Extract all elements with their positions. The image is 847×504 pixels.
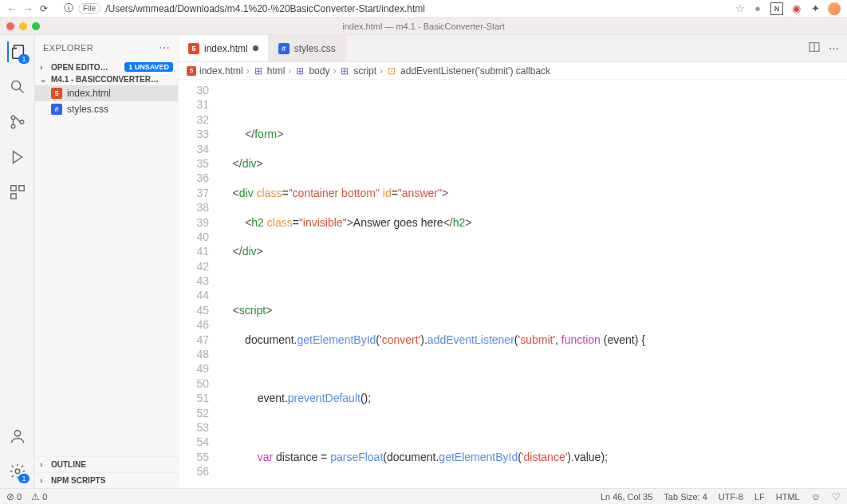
- run-debug-icon[interactable]: [7, 147, 28, 167]
- html5-icon: 5: [51, 88, 62, 99]
- sidebar-more-icon[interactable]: ⋯: [159, 41, 170, 54]
- file-tree-item[interactable]: # styles.css: [35, 101, 178, 117]
- tag-icon: ⊞: [253, 65, 264, 77]
- sidebar: EXPLORER ⋯ › OPEN EDITO… 1 UNSAVED ⌄ M4.…: [35, 35, 179, 488]
- minimize-window-icon[interactable]: [19, 22, 27, 30]
- svg-point-9: [15, 469, 20, 474]
- extensions-activity-icon[interactable]: [7, 182, 28, 203]
- svg-rect-5: [10, 186, 15, 191]
- star-icon[interactable]: ☆: [735, 2, 745, 14]
- errors-icon[interactable]: ⊘ 0: [6, 491, 22, 502]
- editor-tabs: 5 index.html # styles.css ⋯: [179, 35, 847, 62]
- svg-rect-7: [10, 194, 15, 199]
- ext-icon-3[interactable]: ◉: [790, 2, 802, 15]
- explorer-badge: 1: [18, 54, 29, 64]
- status-bar: ⊘ 0 ⚠ 0 Ln 46, Col 35 Tab Size: 4 UTF-8 …: [0, 488, 847, 504]
- warnings-icon[interactable]: ⚠ 0: [31, 491, 47, 502]
- chevron-right-icon: ›: [40, 63, 48, 72]
- css3-icon: #: [51, 104, 62, 115]
- tag-icon: ⊞: [339, 65, 350, 77]
- npm-scripts-section[interactable]: › NPM SCRIPTS: [35, 472, 178, 488]
- line-numbers: 3031323334353637383940414243444546474849…: [179, 80, 217, 488]
- encoding[interactable]: UTF-8: [719, 492, 743, 502]
- extensions-icon[interactable]: ✦: [809, 2, 821, 15]
- outline-section[interactable]: › OUTLINE: [35, 456, 178, 472]
- more-actions-icon[interactable]: ⋯: [829, 42, 839, 54]
- svg-point-2: [11, 116, 15, 120]
- info-icon[interactable]: ⓘ: [64, 2, 73, 15]
- url-field[interactable]: ⓘ File /Users/wmmead/Downloads/m4.1%20-%…: [54, 2, 729, 15]
- ext-icon-2[interactable]: N: [770, 2, 783, 15]
- function-icon: ⊡: [386, 65, 397, 77]
- window-title: index.html — m4.1 - BasicConverter-Start: [342, 22, 505, 31]
- file-scheme-label: File: [78, 3, 100, 14]
- eol[interactable]: LF: [754, 492, 765, 502]
- tab-size[interactable]: Tab Size: 4: [664, 492, 707, 502]
- editor-area: 5 index.html # styles.css ⋯ 5 index.html…: [179, 35, 847, 488]
- avatar[interactable]: [828, 2, 841, 15]
- breadcrumb-item[interactable]: script: [353, 65, 376, 77]
- account-icon[interactable]: [7, 426, 28, 447]
- css3-icon: #: [278, 43, 290, 54]
- settings-badge: 1: [18, 474, 29, 483]
- folder-label: M4.1 - BASICCONVERTER…: [51, 75, 159, 84]
- svg-point-8: [14, 431, 20, 436]
- maximize-window-icon[interactable]: [32, 22, 40, 30]
- breadcrumb-item[interactable]: html: [267, 65, 286, 77]
- svg-point-4: [20, 120, 24, 124]
- svg-rect-6: [18, 186, 23, 191]
- cursor-position[interactable]: Ln 46, Col 35: [601, 492, 652, 502]
- html5-icon: 5: [187, 66, 196, 76]
- search-icon[interactable]: [7, 77, 28, 97]
- forward-icon[interactable]: →: [22, 2, 33, 15]
- feedback-icon[interactable]: ☺: [811, 491, 821, 502]
- folder-section[interactable]: ⌄ M4.1 - BASICCONVERTER…: [35, 73, 178, 85]
- open-editors-label: OPEN EDITO…: [51, 63, 108, 72]
- svg-point-0: [11, 81, 20, 90]
- modified-dot-icon: [253, 45, 258, 51]
- chevron-right-icon: ›: [40, 460, 48, 469]
- tab-label: styles.css: [294, 43, 336, 54]
- file-tree-label: index.html: [67, 88, 111, 99]
- source-control-icon[interactable]: [7, 112, 28, 132]
- code-content[interactable]: </form> </div> <div class="container bot…: [217, 80, 847, 488]
- svg-point-3: [11, 124, 15, 128]
- code-editor[interactable]: 3031323334353637383940414243444546474849…: [179, 80, 847, 488]
- chevron-down-icon: ⌄: [40, 75, 48, 84]
- tab-label: index.html: [204, 43, 248, 54]
- file-tree-item[interactable]: 5 index.html: [35, 85, 178, 101]
- breadcrumb-item[interactable]: addEventListener('submit') callback: [400, 65, 550, 77]
- unsaved-badge: 1 UNSAVED: [124, 62, 173, 72]
- npm-scripts-label: NPM SCRIPTS: [51, 476, 105, 485]
- activity-bar: 1 1: [0, 35, 35, 488]
- window-title-bar: index.html — m4.1 - BasicConverter-Start: [0, 18, 847, 35]
- close-window-icon[interactable]: [6, 22, 14, 30]
- tab-styles-css[interactable]: # styles.css: [269, 35, 346, 61]
- sidebar-title: EXPLORER: [43, 43, 93, 53]
- bell-icon[interactable]: ♡: [832, 491, 841, 502]
- breadcrumb-item[interactable]: index.html: [199, 65, 243, 77]
- reload-icon[interactable]: ⟳: [40, 3, 48, 14]
- tab-index-html[interactable]: 5 index.html: [179, 35, 269, 61]
- outline-label: OUTLINE: [51, 460, 86, 469]
- file-tree-label: styles.css: [67, 104, 108, 115]
- language-mode[interactable]: HTML: [776, 492, 800, 502]
- breadcrumb[interactable]: 5 index.html › ⊞ html › ⊞ body › ⊞ scrip…: [179, 62, 847, 80]
- back-icon[interactable]: ←: [6, 2, 18, 15]
- split-editor-icon[interactable]: [808, 41, 821, 56]
- tag-icon: ⊞: [294, 65, 305, 77]
- open-editors-section[interactable]: › OPEN EDITO… 1 UNSAVED: [35, 61, 178, 73]
- explorer-icon[interactable]: 1: [7, 41, 28, 62]
- ext-icon-1[interactable]: ●: [751, 2, 764, 15]
- svg-line-1: [19, 89, 23, 93]
- settings-gear-icon[interactable]: 1: [7, 461, 28, 482]
- html5-icon: 5: [188, 43, 199, 54]
- url-text: /Users/wmmead/Downloads/m4.1%20-%20Basic…: [105, 3, 425, 14]
- breadcrumb-item[interactable]: body: [309, 65, 329, 77]
- chevron-right-icon: ›: [40, 476, 48, 485]
- browser-address-bar: ← → ⟳ ⓘ File /Users/wmmead/Downloads/m4.…: [0, 0, 847, 18]
